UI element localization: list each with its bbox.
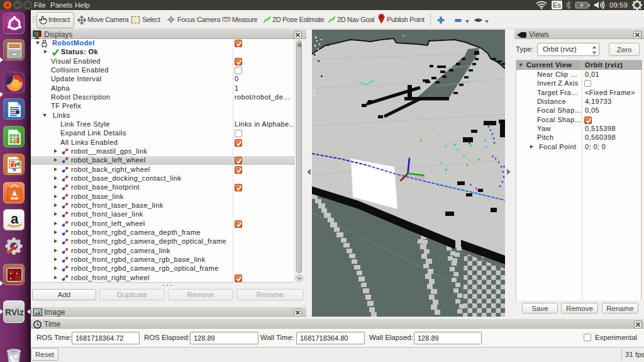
- svg-text:Es: Es: [553, 1, 561, 9]
- svg-text:09:59: 09:59: [609, 1, 628, 9]
- svg-text:a: a: [11, 211, 19, 227]
- svg-text:RViz: RViz: [5, 307, 24, 317]
